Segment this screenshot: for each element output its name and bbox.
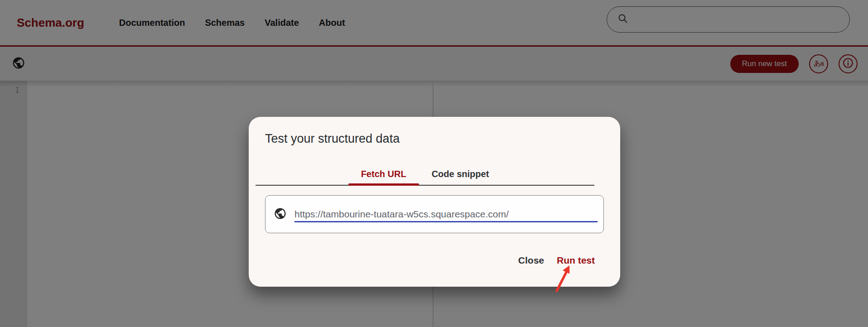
run-test-button[interactable]: Run test (557, 255, 595, 266)
dialog-tabs: Fetch URL Code snippet (256, 163, 594, 186)
dialog-actions: Close Run test (518, 255, 595, 266)
globe-icon (274, 207, 287, 222)
tab-code-snippet[interactable]: Code snippet (419, 163, 502, 185)
test-structured-data-dialog: Test your structured data Fetch URL Code… (249, 117, 620, 287)
dialog-title: Test your structured data (265, 132, 400, 146)
page: Schema.org Documentation Schemas Validat… (0, 0, 868, 327)
close-button[interactable]: Close (518, 255, 544, 266)
url-input-box[interactable] (265, 195, 604, 233)
tab-fetch-url[interactable]: Fetch URL (348, 163, 419, 185)
url-input[interactable] (294, 209, 596, 220)
input-focus-underline (294, 221, 598, 222)
